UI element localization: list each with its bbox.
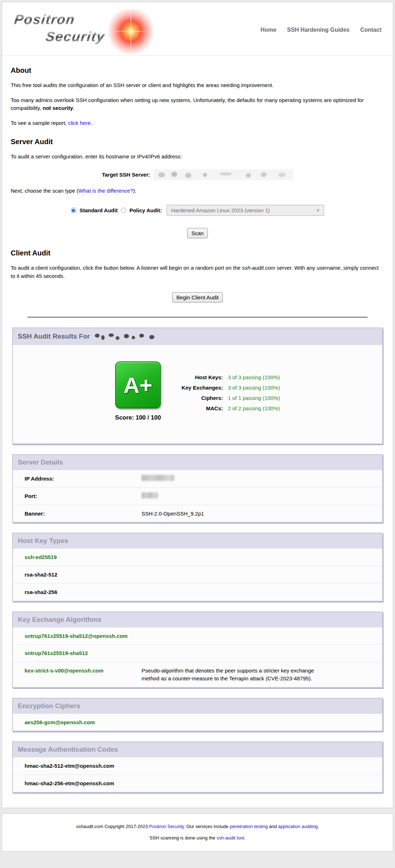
footer-appaudit-link[interactable]: application auditing [278, 824, 318, 829]
nav-home[interactable]: Home [261, 27, 276, 33]
scan-type-text: Next, choose the scan type ( [11, 188, 78, 194]
starburst-icon [108, 9, 153, 54]
banner-label: Banner: [25, 510, 130, 518]
host-key-types-header: Host Key Types [13, 533, 382, 548]
grade-section: A+ Score: 100 / 100 Host Keys: 3 of 3 pa… [13, 345, 382, 443]
macs-panel: Message Authentication Codes hmac-sha2-5… [12, 741, 383, 793]
ip-address-label: IP Address: [25, 475, 130, 483]
scan-type-row: Standard Audit Policy Audit: Hardened Am… [11, 205, 384, 216]
stat-value-ciphers: 1 of 1 passing (100%) [228, 395, 280, 401]
host-key-types-panel: Host Key Types ssh-ed25519 rsa-sha2-512 … [12, 533, 383, 601]
about-paragraph-2: Too many admins overlook SSH configurati… [11, 96, 384, 112]
table-row: hmac-sha2-256-etm@openssh.com [13, 775, 382, 792]
kex-item-note: Pseudo-algorithm that denotes the peer s… [142, 667, 329, 682]
main-nav: Home SSH Hardening Guides Contact [261, 27, 381, 33]
server-details-panel: Server Details IP Address: Port: Banner:… [12, 454, 383, 523]
scan-button[interactable]: Scan [187, 228, 208, 238]
stat-value-host-keys: 3 of 3 passing (100%) [228, 374, 280, 380]
scan-button-row: Scan [11, 228, 384, 238]
scan-type-end: ): [133, 188, 136, 194]
table-row: Port: [13, 487, 382, 505]
begin-client-audit-button[interactable]: Begin Client Audit [172, 292, 223, 303]
about-paragraph-1: This free tool audits the configuration … [11, 81, 384, 90]
page-content: About This free tool audits the configur… [2, 66, 393, 303]
grade-column: A+ Score: 100 / 100 [115, 361, 161, 421]
server-audit-intro: To audit a server configuration, enter i… [11, 153, 384, 161]
standard-audit-radio[interactable] [71, 208, 76, 213]
footer-and-text: and [268, 824, 278, 829]
grade-badge: A+ [115, 361, 161, 408]
footer-site-name: sshaudit.com [76, 824, 103, 829]
kex-item: sntrup761x25519-sha512 [25, 649, 130, 657]
main-page-card: Positron Security Home SSH Hardening Gui… [2, 2, 393, 808]
results-divider [27, 317, 368, 318]
policy-audit-label[interactable]: Policy Audit: [129, 207, 162, 213]
client-audit-text: To audit a client configuration, click t… [11, 265, 242, 271]
sample-report-text: To see a sample report, [11, 120, 68, 126]
sample-report-end: . [91, 120, 92, 126]
port-label: Port: [25, 492, 130, 500]
mac-item: hmac-sha2-512-etm@openssh.com [25, 762, 130, 770]
stat-label-macs: MACs: [181, 405, 223, 411]
standard-audit-label[interactable]: Standard Audit [79, 207, 118, 213]
target-server-label: Target SSH Server: [102, 172, 150, 178]
table-row: ssh-ed25519 [13, 548, 382, 566]
table-row: sntrup761x25519-sha512@openssh.com [13, 627, 382, 645]
encryption-ciphers-header: Encryption Ciphers [13, 699, 382, 714]
table-row: sntrup761x25519-sha512 [13, 644, 382, 662]
footer-line-2: SSH scanning is done using the ssh-audit… [9, 835, 386, 841]
nav-ssh-hardening-guides[interactable]: SSH Hardening Guides [287, 27, 349, 33]
about-heading: About [11, 66, 384, 75]
positron-security-logo[interactable]: Positron Security [11, 9, 154, 51]
host-key-item: ssh-ed25519 [25, 553, 130, 561]
results-title: SSH Audit Results For [18, 333, 90, 340]
footer-company-link[interactable]: Positron Security [149, 824, 184, 829]
footer-copyright-text: Copyright 2017-2023 [103, 824, 149, 829]
redacted-ip-value [142, 475, 174, 481]
nav-contact[interactable]: Contact [360, 27, 381, 33]
policy-select[interactable]: Hardened Amazon Linux 2023 (version 1) ∨ [166, 205, 324, 216]
table-row: kex-strict-s-v00@openssh.com Pseudo-algo… [13, 662, 382, 687]
table-row: rsa-sha2-512 [13, 566, 382, 583]
table-row: aes256-gcm@openssh.com [13, 714, 382, 731]
stat-label-ciphers: Ciphers: [181, 395, 223, 401]
policy-select-value: Hardened Amazon Linux 2023 (version 1) [171, 207, 270, 213]
about-p2-end: . [73, 105, 75, 111]
logo-word-security: Security [45, 29, 106, 44]
logo-word-positron: Positron [13, 12, 76, 27]
host-key-item: rsa-sha2-256 [25, 588, 130, 596]
encryption-ciphers-panel: Encryption Ciphers aes256-gcm@openssh.co… [12, 698, 383, 732]
results-panel-header: SSH Audit Results For [13, 328, 382, 345]
chevron-down-icon: ∨ [317, 208, 319, 213]
policy-audit-radio[interactable] [121, 208, 126, 213]
score-label: Score: 100 / 100 [115, 414, 161, 421]
footer-period: . [318, 824, 319, 829]
table-row: rsa-sha2-256 [13, 583, 382, 601]
footer-sshaudit-tool-link[interactable]: ssh-audit tool [216, 835, 244, 841]
table-row: IP Address: [13, 470, 382, 487]
ssh-audit-results-panel: SSH Audit Results For A+ Score: 100 / 10… [12, 328, 383, 444]
scan-type-paragraph: Next, choose the scan type (What is the … [11, 187, 384, 195]
client-audit-domain: ssh-audit.com [242, 265, 275, 271]
about-p2-bold: not security [43, 105, 73, 111]
scan-type-difference-link[interactable]: What is the difference? [78, 188, 133, 194]
footer-services-text: . Our services include [184, 824, 230, 829]
footer-line2-end: . [244, 835, 246, 841]
client-audit-paragraph: To audit a client configuration, click t… [11, 264, 384, 280]
target-server-input[interactable] [153, 169, 293, 180]
grade-letter: A+ [124, 372, 153, 398]
key-exchange-header: Key Exchange Algorithms [13, 612, 382, 627]
table-row: hmac-sha2-512-etm@openssh.com [13, 757, 382, 775]
target-server-row: Target SSH Server: [11, 169, 384, 180]
redacted-port-value [142, 492, 158, 498]
stats-grid: Host Keys: 3 of 3 passing (100%) Key Exc… [181, 374, 280, 411]
stat-value-key-exchanges: 3 of 3 passing (100%) [228, 385, 280, 391]
kex-item: sntrup761x25519-sha512@openssh.com [25, 632, 130, 640]
banner-value: SSH-2.0-OpenSSH_9.2p1 [142, 510, 204, 518]
footer-scanning-text: SSH scanning is done using the [150, 835, 217, 841]
footer-pentest-link[interactable]: penetration testing [230, 824, 268, 829]
sample-report-link[interactable]: click here [68, 120, 91, 126]
mac-item: hmac-sha2-256-etm@openssh.com [25, 780, 130, 787]
about-paragraph-3: To see a sample report, click here. [11, 119, 384, 127]
site-header: Positron Security Home SSH Hardening Gui… [2, 2, 393, 56]
